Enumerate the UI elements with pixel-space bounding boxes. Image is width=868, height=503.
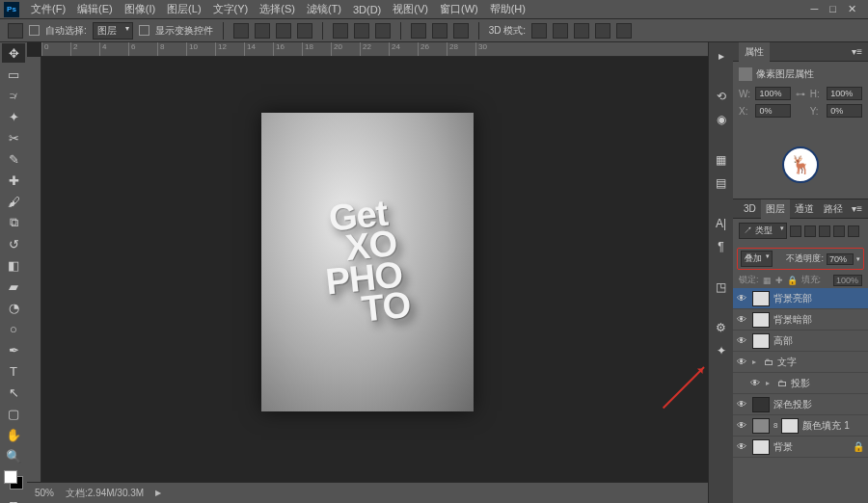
swatches-panel-icon[interactable]: ▦ xyxy=(712,150,731,170)
lock-all-icon[interactable]: 🔒 xyxy=(787,276,798,285)
wand-tool[interactable]: ✦ xyxy=(2,107,25,126)
filter-icon[interactable] xyxy=(819,225,830,237)
menu-3d[interactable]: 3D(D) xyxy=(347,4,387,15)
menu-window[interactable]: 窗口(W) xyxy=(434,2,484,16)
menu-file[interactable]: 文件(F) xyxy=(25,2,71,16)
panel-menu-icon[interactable]: ▾≡ xyxy=(852,46,862,57)
gradient-tool[interactable]: ▰ xyxy=(2,277,25,296)
char-panel-icon[interactable]: A| xyxy=(712,214,731,233)
lasso-tool[interactable]: ⟉ xyxy=(2,86,25,105)
layer-row[interactable]: 👁 背景亮部 xyxy=(733,288,868,309)
panel-menu-icon[interactable]: ▾≡ xyxy=(852,203,862,214)
mode-3d-icon[interactable] xyxy=(595,23,610,39)
eraser-tool[interactable]: ◧ xyxy=(2,255,25,275)
x-field[interactable]: 0% xyxy=(755,104,791,118)
layer-row[interactable]: 👁 ▸ 🗀 投影 xyxy=(733,373,868,394)
menu-filter[interactable]: 滤镜(T) xyxy=(301,2,347,16)
pen-tool[interactable]: ✒ xyxy=(2,340,25,359)
layer-row[interactable]: 👁 深色投影 xyxy=(733,394,868,415)
brushes-panel-icon[interactable]: ▤ xyxy=(712,173,731,193)
mode-3d-icon[interactable] xyxy=(531,23,547,39)
move-tool[interactable]: ✥ xyxy=(2,43,25,63)
para-panel-icon[interactable]: ¶ xyxy=(712,237,731,256)
chevron-down-icon[interactable]: ▾ xyxy=(856,255,860,263)
color-panel-icon[interactable]: ◉ xyxy=(712,110,731,129)
align-icon[interactable] xyxy=(233,23,249,39)
menu-select[interactable]: 选择(S) xyxy=(254,2,301,16)
crop-tool[interactable]: ✂ xyxy=(2,128,25,147)
visibility-icon[interactable]: 👁 xyxy=(737,293,748,304)
dodge-tool[interactable]: ○ xyxy=(2,319,25,338)
group-arrow-icon[interactable]: ▸ xyxy=(766,379,773,387)
distribute-icon[interactable] xyxy=(453,23,469,39)
visibility-icon[interactable]: 👁 xyxy=(737,441,748,452)
align-icon[interactable] xyxy=(297,23,312,39)
align-icon[interactable] xyxy=(255,23,270,39)
tab-3d[interactable]: 3D xyxy=(739,200,761,217)
distribute-icon[interactable] xyxy=(432,23,448,39)
mode-3d-icon[interactable] xyxy=(616,23,632,39)
filter-icon[interactable] xyxy=(833,225,845,237)
h-field[interactable]: 100% xyxy=(827,87,862,100)
styles-panel-icon[interactable]: ✦ xyxy=(712,341,731,360)
layer-row[interactable]: 👁 背景暗部 xyxy=(733,309,868,331)
visibility-icon[interactable]: 👁 xyxy=(737,335,748,346)
move-tool-icon[interactable] xyxy=(8,23,23,39)
fill-field[interactable]: 100% xyxy=(833,275,862,286)
fg-color[interactable] xyxy=(4,470,17,484)
layer-row[interactable]: 👁 背景 🔒 xyxy=(733,437,868,458)
distribute-icon[interactable] xyxy=(333,23,348,39)
layer-row[interactable]: 👁 高部 xyxy=(733,331,868,352)
menu-layer[interactable]: 图层(L) xyxy=(161,2,206,16)
history-brush-tool[interactable]: ↺ xyxy=(2,234,25,253)
zoom-tool[interactable]: 🔍 xyxy=(2,446,25,465)
filter-icon[interactable] xyxy=(804,225,816,237)
type-tool[interactable]: T xyxy=(2,361,25,381)
menu-type[interactable]: 文字(Y) xyxy=(207,2,255,16)
y-field[interactable]: 0% xyxy=(827,104,862,118)
visibility-icon[interactable]: 👁 xyxy=(737,399,748,410)
align-icon[interactable] xyxy=(276,23,291,39)
color-swatch[interactable] xyxy=(4,470,23,490)
layer-row[interactable]: 👁 ▸ 🗀 文字 xyxy=(733,352,868,373)
shape-tool[interactable]: ▢ xyxy=(2,404,25,423)
distribute-icon[interactable] xyxy=(354,23,369,39)
hand-tool[interactable]: ✋ xyxy=(2,425,25,444)
visibility-icon[interactable]: 👁 xyxy=(737,420,748,431)
filter-icon[interactable] xyxy=(790,225,801,237)
filter-icon[interactable] xyxy=(848,225,859,237)
history-panel-icon[interactable]: ⟲ xyxy=(712,87,731,106)
distribute-icon[interactable] xyxy=(375,23,391,39)
group-arrow-icon[interactable]: ▸ xyxy=(752,357,760,366)
link-wh-icon[interactable]: ⊶ xyxy=(795,89,806,99)
menu-edit[interactable]: 编辑(E) xyxy=(71,2,119,16)
menu-help[interactable]: 帮助(H) xyxy=(484,2,531,16)
blur-tool[interactable]: ◔ xyxy=(2,298,25,317)
eyedropper-tool[interactable]: ✎ xyxy=(2,149,25,169)
mode-3d-icon[interactable] xyxy=(574,23,589,39)
visibility-icon[interactable]: 👁 xyxy=(737,314,748,325)
lock-position-icon[interactable]: ✚ xyxy=(775,276,783,285)
adjust-panel-icon[interactable]: ⚙ xyxy=(712,318,731,337)
heal-tool[interactable]: ✚ xyxy=(2,171,25,190)
mask-mode[interactable]: ◙ xyxy=(2,494,25,503)
filter-kind[interactable]: ↗ 类型 xyxy=(739,223,787,239)
show-transform-checkbox[interactable] xyxy=(139,25,149,36)
opacity-field[interactable]: 70% xyxy=(827,253,854,265)
brush-tool[interactable]: 🖌 xyxy=(2,192,25,211)
minimize-icon[interactable]: ─ xyxy=(811,3,819,15)
artboard[interactable]: Get XO PHO TO xyxy=(261,113,474,411)
close-icon[interactable]: ✕ xyxy=(848,3,856,15)
expand-icon[interactable]: ▸ xyxy=(712,46,731,66)
menu-view[interactable]: 视图(V) xyxy=(387,2,434,16)
path-tool[interactable]: ↖ xyxy=(2,383,25,402)
marquee-tool[interactable]: ▭ xyxy=(2,65,25,84)
distribute-icon[interactable] xyxy=(411,23,426,39)
stamp-tool[interactable]: ⧉ xyxy=(2,213,25,232)
visibility-icon[interactable]: 👁 xyxy=(750,378,762,388)
nav-panel-icon[interactable]: ◳ xyxy=(712,278,731,297)
chevron-right-icon[interactable]: ▶ xyxy=(155,489,161,497)
w-field[interactable]: 100% xyxy=(755,87,791,100)
auto-select-mode[interactable]: 图层 xyxy=(93,22,133,40)
menu-image[interactable]: 图像(I) xyxy=(119,2,161,16)
